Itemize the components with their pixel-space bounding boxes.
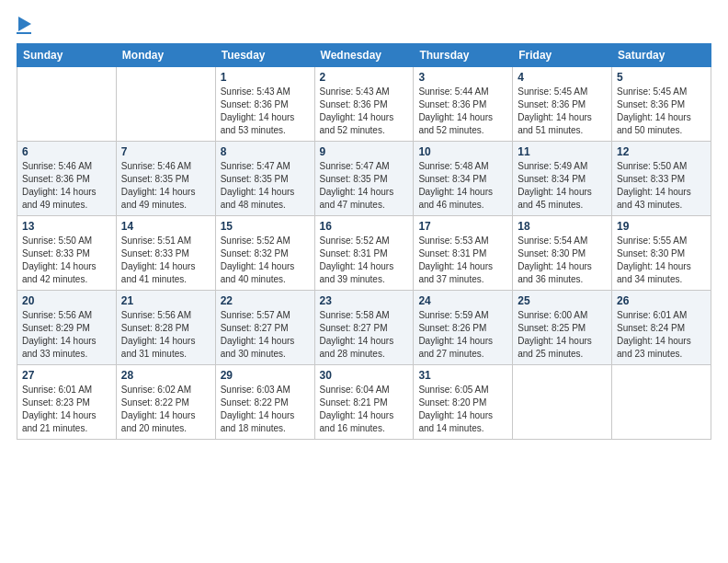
logo-arrow-icon [18, 17, 31, 31]
calendar-cell: 30Sunrise: 6:04 AMSunset: 8:21 PMDayligh… [314, 365, 414, 440]
calendar-cell: 3Sunrise: 5:44 AMSunset: 8:36 PMDaylight… [414, 67, 513, 142]
day-number: 20 [22, 294, 111, 307]
calendar-cell: 19Sunrise: 5:55 AMSunset: 8:30 PMDayligh… [612, 216, 711, 291]
weekday-header-wednesday: Wednesday [314, 44, 414, 67]
day-info: Sunrise: 5:58 AMSunset: 8:27 PMDaylight:… [320, 309, 409, 361]
day-info: Sunrise: 5:52 AMSunset: 8:32 PMDaylight:… [221, 235, 310, 286]
calendar-week-row: 27Sunrise: 6:01 AMSunset: 8:23 PMDayligh… [17, 365, 711, 440]
day-number: 1 [221, 71, 310, 84]
calendar-cell: 11Sunrise: 5:49 AMSunset: 8:34 PMDayligh… [513, 142, 612, 216]
calendar-cell: 10Sunrise: 5:48 AMSunset: 8:34 PMDayligh… [414, 142, 513, 216]
calendar-cell: 31Sunrise: 6:05 AMSunset: 8:20 PMDayligh… [414, 365, 513, 440]
day-info: Sunrise: 5:56 AMSunset: 8:29 PMDaylight:… [22, 309, 111, 361]
calendar-cell: 21Sunrise: 5:56 AMSunset: 8:28 PMDayligh… [116, 291, 215, 365]
calendar-week-row: 6Sunrise: 5:46 AMSunset: 8:36 PMDaylight… [17, 142, 711, 216]
logo-text [17, 17, 31, 31]
day-number: 28 [121, 369, 210, 382]
day-info: Sunrise: 5:44 AMSunset: 8:36 PMDaylight:… [418, 86, 507, 137]
day-number: 13 [22, 220, 111, 233]
calendar-week-row: 13Sunrise: 5:50 AMSunset: 8:33 PMDayligh… [17, 216, 711, 291]
weekday-header-sunday: Sunday [17, 44, 117, 67]
day-number: 17 [418, 220, 507, 233]
day-number: 15 [221, 220, 310, 233]
day-info: Sunrise: 5:48 AMSunset: 8:34 PMDaylight:… [418, 160, 507, 212]
day-info: Sunrise: 5:45 AMSunset: 8:36 PMDaylight:… [518, 86, 607, 137]
calendar-cell: 8Sunrise: 5:47 AMSunset: 8:35 PMDaylight… [215, 142, 314, 216]
calendar-cell: 7Sunrise: 5:46 AMSunset: 8:35 PMDaylight… [116, 142, 215, 216]
calendar-cell: 26Sunrise: 6:01 AMSunset: 8:24 PMDayligh… [612, 291, 711, 365]
day-info: Sunrise: 6:03 AMSunset: 8:22 PMDaylight:… [221, 384, 310, 435]
page: SundayMondayTuesdayWednesdayThursdayFrid… [0, 0, 728, 563]
day-info: Sunrise: 5:52 AMSunset: 8:31 PMDaylight:… [320, 235, 409, 286]
day-number: 24 [418, 294, 507, 307]
day-number: 27 [22, 369, 111, 382]
day-number: 9 [320, 145, 409, 158]
weekday-header-row: SundayMondayTuesdayWednesdayThursdayFrid… [17, 44, 711, 67]
day-number: 18 [518, 220, 607, 233]
day-number: 10 [418, 145, 507, 158]
calendar-table: SundayMondayTuesdayWednesdayThursdayFrid… [17, 43, 711, 440]
calendar-cell: 27Sunrise: 6:01 AMSunset: 8:23 PMDayligh… [17, 365, 117, 440]
day-number: 11 [518, 145, 607, 158]
calendar-cell: 22Sunrise: 5:57 AMSunset: 8:27 PMDayligh… [215, 291, 314, 365]
day-number: 3 [418, 71, 507, 84]
day-number: 14 [121, 220, 210, 233]
day-number: 25 [518, 294, 607, 307]
day-info: Sunrise: 5:46 AMSunset: 8:36 PMDaylight:… [22, 160, 111, 212]
calendar-week-row: 20Sunrise: 5:56 AMSunset: 8:29 PMDayligh… [17, 291, 711, 365]
calendar-cell: 16Sunrise: 5:52 AMSunset: 8:31 PMDayligh… [314, 216, 414, 291]
day-number: 7 [121, 145, 210, 158]
calendar-cell: 5Sunrise: 5:45 AMSunset: 8:36 PMDaylight… [612, 67, 711, 142]
day-info: Sunrise: 6:05 AMSunset: 8:20 PMDaylight:… [418, 384, 507, 435]
day-info: Sunrise: 6:02 AMSunset: 8:22 PMDaylight:… [121, 384, 210, 435]
calendar-cell [116, 67, 215, 142]
weekday-header-tuesday: Tuesday [215, 44, 314, 67]
day-number: 5 [617, 71, 706, 84]
calendar-cell [513, 365, 612, 440]
day-info: Sunrise: 5:50 AMSunset: 8:33 PMDaylight:… [617, 160, 706, 212]
calendar-cell: 24Sunrise: 5:59 AMSunset: 8:26 PMDayligh… [414, 291, 513, 365]
day-info: Sunrise: 5:47 AMSunset: 8:35 PMDaylight:… [320, 160, 409, 212]
day-number: 22 [221, 294, 310, 307]
day-info: Sunrise: 5:46 AMSunset: 8:35 PMDaylight:… [121, 160, 210, 212]
day-number: 26 [617, 294, 706, 307]
calendar-cell: 12Sunrise: 5:50 AMSunset: 8:33 PMDayligh… [612, 142, 711, 216]
calendar-cell: 13Sunrise: 5:50 AMSunset: 8:33 PMDayligh… [17, 216, 117, 291]
calendar-cell: 18Sunrise: 5:54 AMSunset: 8:30 PMDayligh… [513, 216, 612, 291]
day-info: Sunrise: 5:59 AMSunset: 8:26 PMDaylight:… [418, 309, 507, 361]
day-info: Sunrise: 5:45 AMSunset: 8:36 PMDaylight:… [617, 86, 706, 137]
day-number: 19 [617, 220, 706, 233]
day-number: 16 [320, 220, 409, 233]
calendar-cell: 17Sunrise: 5:53 AMSunset: 8:31 PMDayligh… [414, 216, 513, 291]
day-number: 2 [320, 71, 409, 84]
day-info: Sunrise: 5:54 AMSunset: 8:30 PMDaylight:… [518, 235, 607, 286]
day-number: 30 [320, 369, 409, 382]
logo-underline [17, 32, 31, 34]
calendar-cell: 28Sunrise: 6:02 AMSunset: 8:22 PMDayligh… [116, 365, 215, 440]
day-number: 12 [617, 145, 706, 158]
calendar-cell [612, 365, 711, 440]
day-info: Sunrise: 5:43 AMSunset: 8:36 PMDaylight:… [320, 86, 409, 137]
calendar-cell: 20Sunrise: 5:56 AMSunset: 8:29 PMDayligh… [17, 291, 117, 365]
day-info: Sunrise: 5:50 AMSunset: 8:33 PMDaylight:… [22, 235, 111, 286]
calendar-cell: 15Sunrise: 5:52 AMSunset: 8:32 PMDayligh… [215, 216, 314, 291]
day-info: Sunrise: 5:53 AMSunset: 8:31 PMDaylight:… [418, 235, 507, 286]
calendar-cell: 25Sunrise: 6:00 AMSunset: 8:25 PMDayligh… [513, 291, 612, 365]
day-info: Sunrise: 5:56 AMSunset: 8:28 PMDaylight:… [121, 309, 210, 361]
calendar-cell: 4Sunrise: 5:45 AMSunset: 8:36 PMDaylight… [513, 67, 612, 142]
day-info: Sunrise: 6:01 AMSunset: 8:24 PMDaylight:… [617, 309, 706, 361]
calendar-cell: 14Sunrise: 5:51 AMSunset: 8:33 PMDayligh… [116, 216, 215, 291]
day-info: Sunrise: 6:04 AMSunset: 8:21 PMDaylight:… [320, 384, 409, 435]
weekday-header-thursday: Thursday [414, 44, 513, 67]
day-info: Sunrise: 6:00 AMSunset: 8:25 PMDaylight:… [518, 309, 607, 361]
calendar-cell: 2Sunrise: 5:43 AMSunset: 8:36 PMDaylight… [314, 67, 414, 142]
day-info: Sunrise: 5:55 AMSunset: 8:30 PMDaylight:… [617, 235, 706, 286]
day-info: Sunrise: 5:43 AMSunset: 8:36 PMDaylight:… [221, 86, 310, 137]
day-info: Sunrise: 6:01 AMSunset: 8:23 PMDaylight:… [22, 384, 111, 435]
calendar-cell: 29Sunrise: 6:03 AMSunset: 8:22 PMDayligh… [215, 365, 314, 440]
day-number: 4 [518, 71, 607, 84]
day-number: 6 [22, 145, 111, 158]
day-number: 21 [121, 294, 210, 307]
day-number: 31 [418, 369, 507, 382]
calendar-cell: 6Sunrise: 5:46 AMSunset: 8:36 PMDaylight… [17, 142, 117, 216]
